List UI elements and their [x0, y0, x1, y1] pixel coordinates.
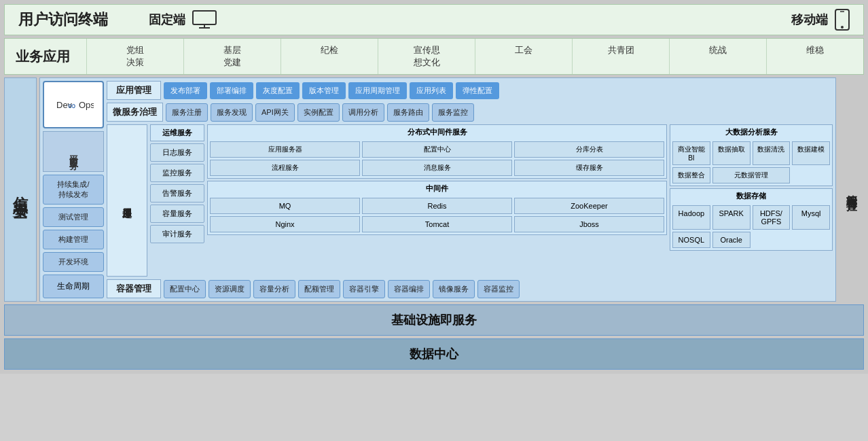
svg-text:Ops: Ops [79, 100, 94, 110]
zookeeper-btn[interactable]: ZooKeeper [514, 198, 664, 214]
monitor-icon [192, 10, 217, 29]
jboss-btn[interactable]: Jboss [514, 216, 664, 232]
app-list-btn[interactable]: 应用列表 [410, 82, 453, 99]
bigdata-col: 大数据分析服务 商业智能BI 数据抽取 数据清洗 数据建模 数据整合 元数据管理 [670, 124, 833, 277]
app-mgmt-row: 应用管理 发布部署 部署编排 灰度配置 版本管理 应用周期管理 应用列表 弹性配… [107, 81, 833, 100]
app-server-btn[interactable]: 应用服务器 [210, 141, 360, 158]
tomcat-btn[interactable]: Tomcat [362, 216, 512, 232]
datastorage-title: 数据存储 [670, 189, 832, 203]
data-integrate-btn[interactable]: 数据整合 [672, 167, 710, 183]
biz-bar: 业务应用 党组决策 基层党建 纪检 宣传思想文化 工会 共青团 统战 维稳 [4, 38, 864, 75]
general-services-area: 通用服务 运维服务 日志服务 监控服务 告警服务 容量服务 审计服务 [107, 124, 833, 277]
service-monitor-btn[interactable]: 服务监控 [432, 103, 474, 122]
biz-item-6: 统战 [669, 39, 766, 74]
test-mgmt-button[interactable]: 测试管理 [43, 207, 104, 227]
svg-rect-0 [193, 11, 216, 24]
biz-item-5: 共青团 [572, 39, 669, 74]
biz-item-3: 宣传思想文化 [378, 39, 475, 74]
cache-service-btn[interactable]: 缓存服务 [514, 160, 664, 176]
hadoop-btn[interactable]: Hadoop [672, 205, 710, 230]
biz-items: 党组决策 基层党建 纪检 宣传思想文化 工会 共青团 统战 维稳 [86, 39, 863, 74]
elastic-config-btn[interactable]: 弹性配置 [456, 82, 499, 99]
publish-deploy-btn[interactable]: 发布部署 [164, 82, 207, 99]
oracle-btn[interactable]: Oracle [712, 232, 751, 248]
svg-point-4 [841, 26, 844, 29]
container-mgmt-label: 容器管理 [107, 279, 161, 298]
config-center-btn[interactable]: 配置中心 [362, 141, 512, 158]
app-lifecycle-mgmt-btn[interactable]: 应用周期管理 [348, 82, 407, 99]
version-mgmt-btn[interactable]: 版本管理 [302, 82, 346, 99]
mobile-terminal-label: 移动端 [791, 12, 828, 28]
cicd-button[interactable]: 持续集成/持续发布 [43, 175, 104, 205]
container-config-btn[interactable]: 配置中心 [164, 280, 206, 298]
phone-icon [835, 9, 850, 31]
resource-schedule-btn[interactable]: 资源调度 [209, 280, 251, 298]
message-service-btn[interactable]: 消息服务 [362, 160, 512, 176]
spark-btn[interactable]: SPARK [712, 205, 751, 230]
middleware-title: 中间件 [208, 181, 666, 196]
data-extract-btn[interactable]: 数据抽取 [712, 141, 751, 165]
distributed-grid: 应用服务器 配置中心 分库分表 流程服务 消息服务 缓存服务 [208, 139, 666, 178]
mgmt-control-label: 管理与管控 [839, 77, 864, 302]
dev-env-button[interactable]: 开发环境 [43, 252, 104, 272]
biz-item-2: 纪检 [281, 39, 378, 74]
hdfs-btn[interactable]: HDFS/GPFS [753, 205, 791, 230]
api-gateway-btn[interactable]: API网关 [255, 103, 295, 122]
container-monitor-btn[interactable]: 容器监控 [477, 280, 520, 298]
devops-box: Dev ∞ Ops [43, 81, 104, 128]
datacenter-section: 数据中心 [4, 338, 864, 370]
bigdata-section: 大数据分析服务 商业智能BI 数据抽取 数据清洗 数据建模 数据整合 元数据管理 [670, 124, 833, 186]
biz-title: 业务应用 [5, 42, 86, 71]
log-service-btn[interactable]: 日志服务 [150, 143, 204, 162]
redis-btn[interactable]: Redis [362, 198, 512, 214]
quota-mgmt-btn[interactable]: 配额管理 [298, 280, 340, 298]
metadata-mgmt-btn[interactable]: 元数据管理 [712, 167, 791, 183]
nginx-btn[interactable]: Nginx [210, 216, 360, 232]
capacity-analysis-btn[interactable]: 容量分析 [253, 280, 295, 298]
alert-service-btn[interactable]: 告警服务 [150, 184, 204, 202]
biz-item-0: 党组决策 [86, 39, 183, 74]
service-discover-btn[interactable]: 服务发现 [211, 103, 253, 122]
platform-service-label: 平台即服务 [43, 131, 104, 172]
micro-service-label: 微服务治理 [107, 103, 163, 122]
datastorage-grid: Hadoop SPARK HDFS/GPFS Mysql NOSQL Oracl… [670, 203, 832, 250]
audit-service-btn[interactable]: 审计服务 [150, 225, 204, 243]
app-mgmt-label: 应用管理 [107, 81, 161, 100]
call-analysis-btn[interactable]: 调用分析 [342, 103, 384, 122]
process-service-btn[interactable]: 流程服务 [210, 160, 360, 176]
container-engine-btn[interactable]: 容器引擎 [343, 280, 385, 298]
container-mgmt-buttons: 配置中心 资源调度 容量分析 配额管理 容器引擎 容器编排 镜像服务 容器监控 [164, 279, 833, 298]
deploy-arrange-btn[interactable]: 部署编排 [210, 82, 253, 99]
bi-btn[interactable]: 商业智能BI [672, 141, 710, 165]
service-register-btn[interactable]: 服务注册 [166, 103, 208, 122]
lifecycle-button[interactable]: 生命周期 [43, 275, 104, 298]
build-mgmt-button[interactable]: 构建管理 [43, 230, 104, 249]
info-security-label: 信息安全 [4, 77, 37, 302]
platform-sidebar: Dev ∞ Ops 平台即服务 持续集成/持续发布 测试管理 构建管理 开发环境… [43, 81, 104, 298]
image-service-btn[interactable]: 镜像服务 [433, 280, 475, 298]
general-services-columns: 运维服务 日志服务 监控服务 告警服务 容量服务 审计服务 分布式中间件服务 [150, 124, 833, 277]
mq-btn[interactable]: MQ [210, 198, 360, 214]
biz-item-1: 基层党建 [183, 39, 281, 74]
mysql-btn[interactable]: Mysql [792, 205, 830, 230]
middleware-section: 中间件 MQ Redis ZooKeeper Nginx Tomcat Jbos… [207, 181, 667, 235]
distrib-col: 分布式中间件服务 应用服务器 配置中心 分库分表 流程服务 消息服务 缓存服务 [207, 124, 667, 277]
capacity-service-btn[interactable]: 容量服务 [150, 205, 204, 223]
db-split-btn[interactable]: 分库分表 [514, 141, 664, 158]
gray-config-btn[interactable]: 灰度配置 [256, 82, 300, 99]
nosql-btn[interactable]: NOSQL [672, 232, 710, 248]
datastorage-section: 数据存储 Hadoop SPARK HDFS/GPFS Mysql NOSQL … [670, 188, 833, 251]
infra-section: 基础设施即服务 [4, 304, 864, 336]
platform-area: Dev ∞ Ops 平台即服务 持续集成/持续发布 测试管理 构建管理 开发环境… [39, 77, 836, 302]
monitor-service-btn[interactable]: 监控服务 [150, 164, 204, 182]
biz-item-4: 工会 [475, 39, 572, 74]
user-access-title: 用户访问终端 [18, 10, 108, 30]
data-clean-btn[interactable]: 数据清洗 [753, 141, 791, 165]
data-model-btn[interactable]: 数据建模 [792, 141, 830, 165]
fixed-terminal-group: 固定端 [149, 10, 217, 29]
app-mgmt-buttons: 发布部署 部署编排 灰度配置 版本管理 应用周期管理 应用列表 弹性配置 [164, 81, 833, 100]
bigdata-title: 大数据分析服务 [670, 125, 832, 139]
instance-config-btn[interactable]: 实例配置 [297, 103, 340, 122]
service-route-btn[interactable]: 服务路由 [387, 103, 429, 122]
container-arrange-btn[interactable]: 容器编排 [388, 280, 430, 298]
